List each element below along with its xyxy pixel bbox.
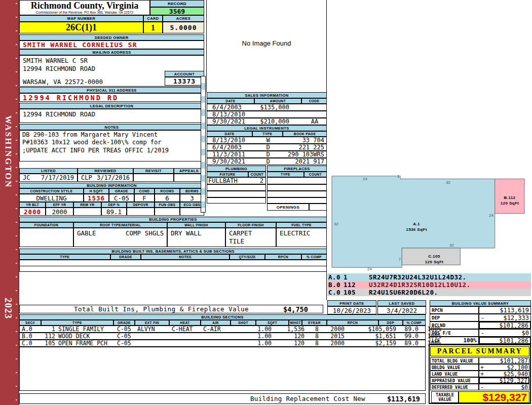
card-value: 1 — [143, 22, 163, 33]
sales-code-header: CODE — [301, 98, 327, 104]
reviewed-header: REVIEWED — [78, 168, 133, 174]
li-type: D — [253, 144, 283, 151]
state-label: WASHINGTON — [3, 115, 13, 188]
bvs-value: $101,286 — [479, 321, 531, 329]
card-header: CARD — [143, 15, 163, 22]
deeded-owner-header: DEEDED OWNER — [19, 34, 204, 40]
bs-h-air: AIR — [201, 320, 231, 326]
ps-label: TOTAL BLDG VALUE — [430, 357, 479, 364]
taxable-amount: $129,327 — [482, 391, 527, 403]
grade-value: C-05 — [109, 194, 134, 202]
physical-address-value: 12994 RICHMOND RD — [19, 93, 204, 102]
bs-h-extfin: EXT FIN — [135, 320, 169, 326]
sale-amount: $210,000 — [255, 118, 289, 125]
plumbing-empty-row — [207, 191, 266, 197]
dim-right: 24 — [489, 213, 493, 218]
bs-comp: 100% — [403, 326, 441, 333]
fixture-count: 2 — [249, 177, 263, 184]
physical-address-header: PHYSICAL 911 ADDRESS — [19, 87, 204, 93]
bs-h-rpcn: RPCN — [327, 320, 378, 326]
ps-value: - $0 — [479, 384, 529, 390]
ps-label: OBLDG VALUE — [430, 364, 479, 371]
li-bookpage: 221 225 — [283, 144, 324, 151]
listed-header: LISTED — [19, 168, 78, 174]
dim-bottom-left: 24 — [367, 267, 372, 271]
bi-notes-header: NOTES — [141, 254, 230, 260]
bs-type-name: OPEN FRAME PCH — [58, 340, 107, 347]
dim-step-top: 1 — [397, 174, 400, 179]
vector-code: 112 — [344, 281, 356, 289]
bi-qty-header: QTY/SIZE — [230, 254, 265, 260]
bs-h-comp: % COMP — [403, 320, 426, 326]
sale-date: 6/4/2003 — [212, 104, 242, 111]
listed-value: JC 7/17/2019 — [19, 174, 78, 182]
bs-h-eyear: EYEAR — [302, 320, 327, 326]
parcel-summary-panel: PARCEL SUMMARY TOTAL BLDG VALUE $101,287… — [429, 344, 531, 404]
ps-label: APPRAISED VALUE — [430, 377, 479, 384]
section-b-area: 120 SqFt — [501, 201, 519, 206]
bs-h-whgt: WHGT — [289, 320, 302, 326]
sale-code: AA — [302, 118, 327, 125]
bs-s: B.0 — [22, 333, 32, 340]
ps-sign: + — [480, 371, 484, 378]
vector-row-b: B.0 112 U32R24D1R32SR10D12L10U12. — [327, 281, 531, 289]
rooms-header: ROOMS — [155, 188, 180, 194]
bvs-label: RPCN — [430, 306, 479, 314]
bi-type-header: TYPE — [19, 254, 110, 260]
grade-header: GRADE — [109, 188, 134, 194]
roof-type: GABLE — [77, 229, 96, 237]
clipped-column-strip — [201, 76, 206, 213]
depovr-header: DEPOVR — [127, 202, 155, 208]
plumbing-empty-row — [207, 184, 266, 191]
building-section-row: B.0 112 WOOD DECK C-05 1.00 120 8 2015 $… — [19, 333, 426, 340]
cond-header: COND — [134, 188, 155, 194]
remyr-value — [73, 208, 101, 216]
year-label: 2023 — [3, 298, 14, 319]
ps-amount: $2,100 — [507, 364, 528, 371]
bs-air: C-AIR — [203, 326, 221, 333]
ps-amount: $129,327 — [500, 377, 527, 384]
taxable-value: $129,327 — [459, 391, 529, 403]
bi-empty-rows — [19, 260, 327, 272]
taxable-value-label: TAXABLE VALUE — [431, 391, 459, 403]
cond-value: F — [134, 194, 155, 202]
li-type-header: TYPE — [252, 131, 283, 137]
reviewed-date: 3/17/2016 — [97, 174, 130, 181]
plumbing-empty-row — [207, 197, 266, 204]
li-date: 8/13/2010 — [212, 137, 245, 144]
plumbing-row: FULLBATH 2 — [207, 177, 266, 184]
bs-h-shgt: SHGT — [231, 320, 256, 326]
ps-value: + $25,940 — [479, 371, 529, 377]
building-sections-header: BUILDING SECTIONS — [19, 314, 426, 320]
foundation-value — [19, 228, 73, 247]
vector-sec: B.0 — [328, 281, 340, 289]
fuel-type-header: FUEL TYPE — [276, 222, 327, 228]
openings-label: OPENINGS — [267, 204, 309, 211]
building-info-header: BUILDING INFORMATION — [19, 183, 204, 188]
ps-value: $101,287 — [479, 357, 529, 364]
funobs-value — [155, 208, 180, 216]
bs-h-sec: SEC# — [19, 320, 41, 326]
reviewed-value: CLP 3/17/2016 — [78, 174, 133, 182]
li-date: 6/4/2003 — [212, 144, 242, 151]
bs-h-type: TYPE — [41, 320, 113, 326]
replacement-cost-row: Building Replacement Cost New $113,619 — [19, 393, 426, 404]
wall-finish-value: DRY WALL — [167, 228, 225, 247]
replacement-cost-label: Building Replacement Cost New — [250, 395, 365, 402]
last-saved-value: 3/4/2022 — [377, 306, 426, 314]
sales-row: 6/4/2003 $135,000 — [207, 104, 327, 111]
effyr-value: 2000 — [46, 208, 73, 216]
li-type: D — [253, 158, 283, 165]
ps-label: DEFERRED VALUE — [430, 384, 479, 390]
appeals-value — [174, 174, 204, 182]
hsqft-header: H SQFT — [84, 188, 109, 194]
section-a-area: 1536 SqFt — [406, 227, 427, 232]
bi-comp-header: % COMP — [301, 254, 327, 260]
li-date-header: DATE — [207, 131, 252, 137]
building-sketch: 24 1 32 32 24 32 7 24 A.1 1536 SqFt B.11… — [329, 170, 532, 271]
account-header: ACCOUNT — [165, 71, 204, 77]
bi-rpcn-header: RPCN — [265, 254, 301, 260]
bs-h-grade: GRADE — [113, 320, 135, 326]
bvs-value: $101,286 — [479, 337, 531, 344]
mailing-address-header: MAILING ADDRESS — [19, 49, 204, 55]
